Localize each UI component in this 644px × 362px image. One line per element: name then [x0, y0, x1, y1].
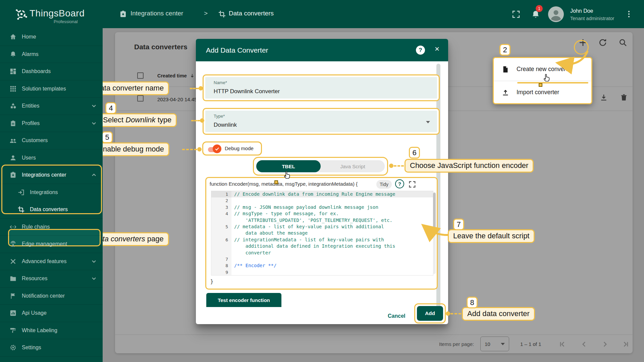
code-line: 2: [211, 197, 433, 204]
breadcrumb-separator: >: [204, 10, 208, 17]
add-data-converter-dialog: Add Data Converter ? × Name* HTTP Downli…: [196, 39, 448, 324]
avatar[interactable]: [548, 6, 564, 22]
tab-javascript[interactable]: Java Script: [321, 160, 385, 172]
callout-3-anchor-dot: [199, 86, 203, 90]
code-line: 4// msgType - type of message, for ex.: [211, 210, 433, 217]
callout-6-label: Choose JavaScript function encoder: [405, 159, 534, 173]
code-line: converter: [211, 250, 433, 256]
debug-toggle-thumb[interactable]: [213, 144, 221, 153]
close-icon[interactable]: ×: [435, 45, 439, 53]
menu-item-import-converter[interactable]: Import converter: [494, 81, 591, 104]
code-line: 1// Encode downlink data from incoming R…: [211, 191, 433, 197]
code-line: 7: [211, 256, 433, 262]
cancel-button[interactable]: Cancel: [388, 313, 405, 319]
debug-mode-toggle-group: Debug mode: [202, 141, 262, 156]
code-scrollbar-thumb[interactable]: [433, 193, 436, 233]
thingsboard-app: ThingsBoard Professional Integrations ce…: [0, 0, 644, 362]
callout-8-anchor-dot: [446, 311, 450, 316]
callout-4-anchor-dot: [200, 118, 204, 123]
type-select[interactable]: Type* Downlink: [203, 108, 440, 135]
editor-help-icon[interactable]: ?: [395, 179, 404, 188]
code-line: 3// msg - JSON message payload downlink …: [211, 204, 433, 210]
file-icon: [502, 66, 509, 73]
tidy-button[interactable]: Tidy: [376, 180, 392, 189]
code-editor-area[interactable]: 1// Encode downlink data from incoming R…: [211, 191, 433, 276]
code-line: 5// metadata - list of key-value pairs w…: [211, 224, 433, 230]
test-encoder-function-button[interactable]: Test encoder function: [206, 293, 281, 307]
help-icon[interactable]: ?: [416, 46, 425, 55]
closing-brace: }: [210, 279, 213, 285]
sidebar-selected-highlight: [8, 229, 101, 246]
fullscreen-icon[interactable]: [512, 10, 520, 18]
callout-6-connector: [394, 165, 404, 167]
callout-2-number: 2: [499, 44, 511, 56]
hand-cursor-icon: [542, 73, 551, 82]
callout-7-number: 7: [453, 219, 464, 230]
callout-8-label: Add data converter: [462, 307, 535, 321]
callout-3-connector: [190, 88, 199, 89]
app-header: ThingsBoard Professional Integrations ce…: [0, 0, 644, 28]
kebab-menu-icon[interactable]: [625, 10, 633, 18]
dialog-title: Add Data Converter: [206, 46, 268, 54]
code-line: 'ATTRIBUTES_UPDATED', 'POST_TELEMETRY_RE…: [211, 217, 433, 224]
check-icon: [214, 146, 220, 152]
callout-6-anchor-dot: [389, 164, 393, 168]
editor-fullscreen-icon[interactable]: [409, 181, 416, 188]
callout-8-number: 8: [467, 297, 478, 308]
callout-4-number: 4: [105, 102, 116, 114]
callout-4-connector: [191, 120, 200, 121]
click-indicator: [539, 83, 542, 87]
hand-cursor-icon: [282, 170, 292, 180]
integrations-center-icon: [119, 10, 127, 18]
upload-icon: [502, 89, 509, 96]
breadcrumb-parent[interactable]: Integrations center: [130, 10, 183, 17]
breadcrumb-current: Data converters: [229, 10, 274, 17]
name-field[interactable]: Name* HTTP Downlink Converter: [203, 74, 440, 101]
menu-item-underline-marker: [517, 82, 588, 83]
notification-count-badge: 1: [536, 5, 543, 12]
tabs-track: TBEL Java Script: [256, 160, 385, 172]
callout-8-connector: [450, 313, 461, 314]
script-language-tabs: TBEL Java Script: [253, 157, 388, 176]
function-signature: function Encoder(msg, metadata, msgType,…: [210, 181, 358, 187]
code-line: additional data defined in Integration e…: [211, 243, 433, 249]
callout-5-label: Enable debug mode: [93, 142, 169, 156]
code-line: 6// integrationMetadata - list of key-va…: [211, 237, 433, 243]
brand-edition: Professional: [54, 19, 78, 24]
user-role: Tenant administrator: [570, 16, 614, 21]
callout-5-number: 5: [102, 131, 113, 143]
dialog-header: Add Data Converter ? ×: [196, 39, 448, 61]
callout-5-anchor-dot: [197, 147, 202, 152]
callout-7-label: Leave the default script: [448, 229, 535, 243]
type-field-label: Type*: [214, 114, 225, 119]
add-button[interactable]: Add: [417, 306, 443, 321]
code-line: 8/** Encoder **/: [211, 262, 433, 269]
code-line: 9: [211, 269, 433, 276]
thingsboard-logo-icon: [15, 7, 28, 21]
name-field-value: HTTP Downlink Converter: [214, 88, 280, 95]
callout-5-connector: [182, 149, 197, 150]
type-field-value: Downlink: [214, 122, 237, 128]
code-line: data about the message: [211, 230, 433, 236]
callout-6-number: 6: [409, 147, 420, 159]
plus-button-highlight-ring: [574, 40, 589, 55]
name-field-label: Name*: [214, 80, 227, 85]
data-converters-crop-icon: [218, 10, 226, 18]
brand-name: ThingsBoard: [30, 8, 85, 19]
sidebar-nav: [0, 28, 103, 362]
user-name: John Doe: [570, 8, 593, 14]
chevron-down-icon: [426, 121, 430, 123]
callout-4-label: Select Downlink type: [98, 113, 177, 127]
encoder-function-editor: function Encoder(msg, metadata, msgType,…: [205, 177, 438, 290]
click-indicator: [274, 180, 278, 184]
debug-mode-label: Debug mode: [225, 145, 254, 151]
